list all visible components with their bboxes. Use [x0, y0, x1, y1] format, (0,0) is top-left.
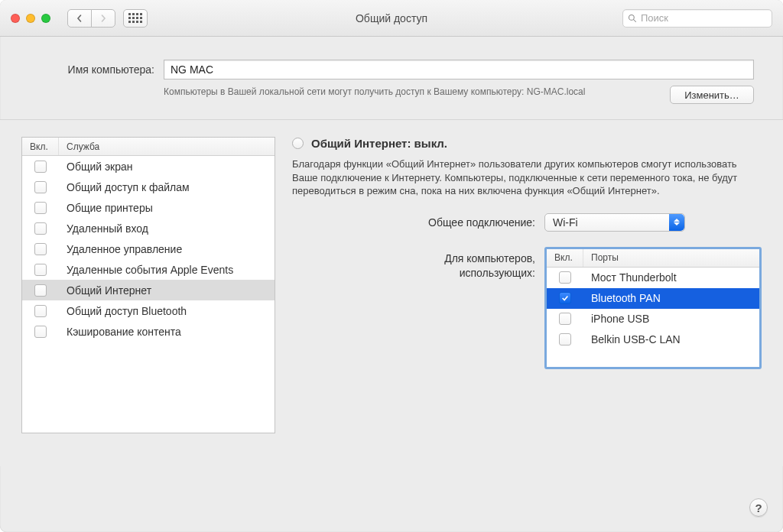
edit-button[interactable]: Изменить…: [670, 86, 754, 104]
checkbox[interactable]: [34, 202, 47, 214]
checkbox[interactable]: [34, 181, 47, 193]
service-row[interactable]: Общий доступ Bluetooth: [22, 300, 275, 321]
detail-title: Общий Интернет: выкл.: [311, 137, 447, 150]
service-detail: Общий Интернет: выкл. Благодаря функции …: [292, 137, 762, 466]
zoom-icon[interactable]: [41, 14, 50, 23]
checkbox[interactable]: [559, 292, 571, 304]
service-row[interactable]: Общий Интернет: [22, 280, 275, 300]
share-connection-label: Общее подключение:: [292, 216, 544, 229]
ports-table: Вкл. Порты Мост ThunderboltBluetooth PAN…: [544, 247, 762, 369]
service-checkbox-cell: [22, 305, 59, 317]
port-label: Belkin USB-C LAN: [583, 333, 681, 345]
ports-body: Мост ThunderboltBluetooth PANiPhone USBB…: [547, 268, 759, 367]
ports-col-on[interactable]: Вкл.: [547, 249, 583, 267]
sharing-prefpane-window: Общий доступ Имя компьютера: Компьютеры …: [0, 0, 783, 532]
back-button[interactable]: [67, 9, 92, 28]
detail-header: Общий Интернет: выкл.: [292, 137, 762, 150]
service-row[interactable]: Общий экран: [22, 156, 275, 177]
computer-name-section: Имя компьютера: Компьютеры в Вашей локал…: [0, 37, 783, 119]
window-controls: [11, 14, 50, 23]
service-label: Общий доступ Bluetooth: [59, 305, 187, 317]
port-row[interactable]: Мост Thunderbolt: [547, 268, 759, 288]
service-checkbox-cell: [22, 222, 59, 235]
close-icon[interactable]: [11, 14, 20, 23]
search-input[interactable]: [641, 12, 767, 24]
checkbox[interactable]: [34, 305, 47, 317]
service-row[interactable]: Удаленное управление: [22, 238, 275, 259]
services-header: Вкл. Служба: [22, 138, 275, 156]
status-indicator-icon: [292, 138, 304, 149]
checkbox[interactable]: [34, 243, 47, 255]
port-checkbox-cell: [547, 271, 583, 284]
port-row[interactable]: Bluetooth PAN: [547, 288, 759, 309]
checkbox[interactable]: [34, 264, 47, 276]
detail-desc: Благодаря функции «Общий Интернет» польз…: [292, 157, 762, 198]
checkbox[interactable]: [559, 271, 571, 284]
nav-back-forward: [67, 9, 115, 28]
computer-name-desc: Компьютеры в Вашей локальной сети могут …: [164, 86, 659, 104]
ports-row: Для компьютеров, использующих: Вкл. Порт…: [292, 247, 762, 369]
computer-name-label: Имя компьютера:: [29, 63, 164, 76]
help-button[interactable]: ?: [749, 498, 768, 517]
service-checkbox-cell: [22, 284, 59, 297]
checkbox[interactable]: [559, 333, 571, 345]
chevron-left-icon: [76, 15, 83, 22]
services-list: Вкл. Служба Общий экранОбщий доступ к фа…: [21, 137, 275, 433]
service-checkbox-cell: [22, 326, 59, 338]
col-header-on[interactable]: Вкл.: [22, 138, 59, 155]
chevron-right-icon: [99, 15, 107, 22]
service-label: Удаленное управление: [59, 243, 182, 255]
col-header-service[interactable]: Служба: [59, 138, 275, 155]
show-all-button[interactable]: [123, 9, 148, 28]
service-row[interactable]: Удаленные события Apple Events: [22, 259, 275, 280]
port-row[interactable]: iPhone USB: [547, 309, 759, 329]
minimize-icon[interactable]: [26, 14, 35, 23]
search-icon: [628, 14, 637, 23]
port-label: Мост Thunderbolt: [583, 271, 677, 284]
checkbox[interactable]: [34, 326, 47, 338]
grid-icon: [128, 13, 142, 23]
title-bar: Общий доступ: [0, 0, 783, 37]
ports-col-name[interactable]: Порты: [583, 249, 759, 267]
service-label: Удаленные события Apple Events: [59, 264, 233, 276]
checkbox[interactable]: [34, 161, 47, 173]
share-connection-select[interactable]: Wi-Fi: [544, 213, 685, 232]
service-row[interactable]: Удаленный вход: [22, 218, 275, 238]
search-field[interactable]: [622, 9, 772, 28]
port-checkbox-cell: [547, 333, 583, 345]
computer-name-input[interactable]: [164, 60, 754, 79]
port-checkbox-cell: [547, 292, 583, 304]
checkbox[interactable]: [559, 313, 571, 325]
service-label: Удаленный вход: [59, 222, 148, 235]
service-checkbox-cell: [22, 243, 59, 255]
select-stepper-icon: [669, 214, 684, 231]
main-content: Вкл. Служба Общий экранОбщий доступ к фа…: [0, 119, 783, 466]
port-row[interactable]: Belkin USB-C LAN: [547, 329, 759, 350]
service-checkbox-cell: [22, 161, 59, 173]
port-label: Bluetooth PAN: [583, 292, 661, 304]
checkbox[interactable]: [34, 284, 47, 297]
share-connection-row: Общее подключение: Wi-Fi: [292, 213, 762, 232]
service-checkbox-cell: [22, 181, 59, 193]
service-label: Общий доступ к файлам: [59, 181, 190, 193]
ports-header: Вкл. Порты: [547, 249, 759, 268]
ports-label: Для компьютеров, использующих:: [292, 247, 544, 369]
port-label: iPhone USB: [583, 313, 649, 325]
checkbox[interactable]: [34, 222, 47, 235]
service-checkbox-cell: [22, 264, 59, 276]
service-label: Общий экран: [59, 161, 133, 173]
service-row[interactable]: Общий доступ к файлам: [22, 177, 275, 197]
service-label: Общие принтеры: [59, 202, 153, 214]
service-label: Кэширование контента: [59, 326, 181, 338]
service-label: Общий Интернет: [59, 284, 151, 297]
svg-line-1: [634, 19, 636, 21]
service-row[interactable]: Общие принтеры: [22, 197, 275, 218]
forward-button[interactable]: [91, 9, 115, 28]
share-connection-value: Wi-Fi: [553, 216, 578, 229]
port-checkbox-cell: [547, 313, 583, 325]
service-checkbox-cell: [22, 202, 59, 214]
service-row[interactable]: Кэширование контента: [22, 321, 275, 342]
services-body: Общий экранОбщий доступ к файламОбщие пр…: [22, 156, 275, 433]
